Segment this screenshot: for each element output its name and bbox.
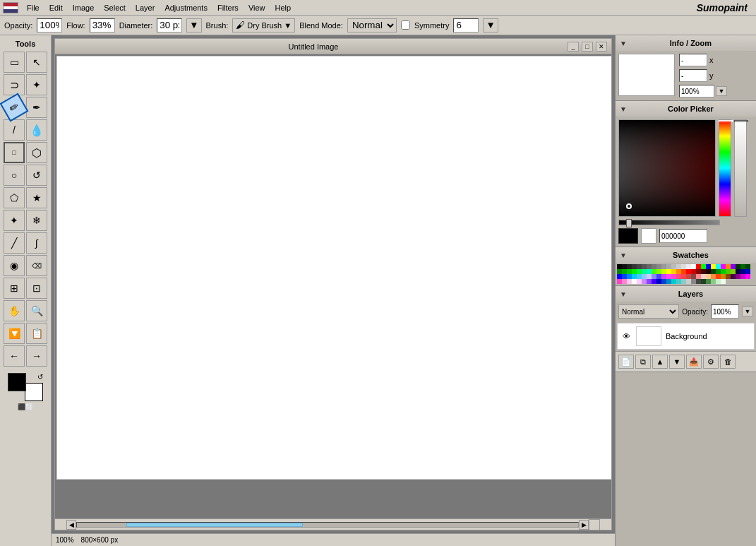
swatch-item[interactable] (696, 269, 701, 274)
swatch-item[interactable] (652, 279, 656, 284)
swatch-item[interactable] (711, 264, 716, 269)
tool-brush[interactable]: ✏ (0, 93, 28, 122)
tool-line[interactable]: ╱ (4, 232, 25, 254)
alpha-strip[interactable] (734, 119, 747, 217)
brush-selector[interactable]: 🖌 Dry Brush ▼ (232, 18, 295, 32)
symmetry-input[interactable] (453, 18, 479, 32)
swatch-item[interactable] (627, 274, 632, 279)
menu-file[interactable]: File (23, 2, 44, 13)
swatch-item[interactable] (671, 279, 676, 284)
diameter-input[interactable] (157, 18, 182, 32)
tool-snowflake[interactable]: ❄ (26, 210, 47, 231)
tool-zoom[interactable]: 🔍 (26, 300, 47, 321)
swatch-item[interactable] (656, 264, 661, 269)
swatch-item[interactable] (686, 279, 691, 284)
swatch-item[interactable] (726, 269, 731, 274)
tool-eyedropper[interactable]: 💧 (26, 119, 47, 141)
swatch-item[interactable] (671, 269, 676, 274)
color-picker-header[interactable]: ▼ Color Picker (616, 101, 756, 117)
swatch-item[interactable] (731, 269, 736, 274)
new-layer-btn[interactable]: 📄 (618, 355, 634, 369)
hex-color-input[interactable] (659, 229, 707, 243)
swatch-item[interactable] (740, 264, 745, 269)
tool-curve[interactable]: ∫ (26, 232, 47, 254)
swatch-item[interactable] (637, 274, 642, 279)
symmetry-checkbox[interactable] (401, 20, 410, 30)
canvas-white[interactable] (56, 56, 611, 480)
swatch-item[interactable] (647, 279, 652, 284)
swatch-item[interactable] (691, 274, 696, 279)
swatch-item[interactable] (632, 269, 637, 274)
swatch-item[interactable] (681, 279, 686, 284)
swatch-item[interactable] (726, 274, 731, 279)
swatch-item[interactable] (617, 274, 622, 279)
move-layer-up-btn[interactable]: ▲ (652, 355, 668, 369)
swatch-item[interactable] (726, 264, 731, 269)
tool-history[interactable]: 📋 (26, 323, 47, 344)
swatch-item[interactable] (706, 279, 711, 284)
swatch-item[interactable] (656, 279, 661, 284)
swatch-item[interactable] (627, 279, 632, 284)
swatch-item[interactable] (671, 264, 676, 269)
swatch-item[interactable] (661, 279, 666, 284)
layer-settings-btn[interactable]: ⚙ (703, 355, 719, 369)
swatch-item[interactable] (721, 269, 726, 274)
layer-row[interactable]: 👁 Background (617, 323, 755, 350)
swatch-item[interactable] (642, 264, 647, 269)
swatch-item[interactable] (721, 264, 726, 269)
swatch-item[interactable] (642, 269, 647, 274)
swatch-item[interactable] (681, 269, 686, 274)
swatches-header[interactable]: ▼ Swatches (616, 247, 756, 263)
menu-view[interactable]: View (244, 2, 270, 13)
swatch-item[interactable] (686, 264, 691, 269)
swatch-item[interactable] (622, 279, 627, 284)
swatch-item[interactable] (696, 279, 701, 284)
tool-magic-select[interactable]: ⬡ (26, 142, 47, 163)
menu-image[interactable]: Image (68, 2, 99, 13)
fg-color-display[interactable] (618, 228, 638, 244)
swatch-item[interactable] (666, 279, 671, 284)
hue-strip[interactable] (719, 119, 731, 217)
swatch-item[interactable] (627, 264, 632, 269)
scrollbar-thumb[interactable] (126, 523, 303, 527)
swatch-item[interactable] (617, 279, 622, 284)
tool-star2[interactable]: ✦ (4, 210, 25, 231)
tool-rect-shape[interactable]: □ (4, 142, 25, 163)
swatch-item[interactable] (731, 274, 736, 279)
swatch-item[interactable] (676, 279, 681, 284)
swatch-item[interactable] (676, 269, 681, 274)
swatch-item[interactable] (661, 269, 666, 274)
tool-hand[interactable]: ✋ (4, 300, 25, 321)
swatch-item[interactable] (721, 274, 726, 279)
bg-color-display[interactable] (641, 228, 656, 244)
tool-arrow-left[interactable]: ← (4, 345, 25, 367)
swatch-item[interactable] (676, 274, 681, 279)
tool-ellipse[interactable]: ○ (4, 165, 25, 186)
tool-color-pick[interactable]: 🔽 (4, 323, 25, 344)
swatch-item[interactable] (656, 269, 661, 274)
swatch-item[interactable] (637, 264, 642, 269)
scrollbar-track[interactable] (76, 522, 579, 528)
swatch-item[interactable] (711, 274, 716, 279)
swatch-item[interactable] (691, 269, 696, 274)
diameter-dropdown[interactable]: ▼ (186, 18, 201, 32)
layer-mode-select[interactable]: Normal (618, 304, 679, 319)
info-y-input[interactable] (679, 69, 707, 82)
swatch-item[interactable] (740, 269, 745, 274)
zoom-dropdown-btn[interactable]: ▼ (716, 86, 727, 96)
scroll-right-arrow[interactable]: ▶ (579, 520, 589, 530)
move-layer-down-btn[interactable]: ▼ (669, 355, 685, 369)
menu-help[interactable]: Help (271, 2, 296, 13)
swatch-item[interactable] (696, 274, 701, 279)
swatch-item[interactable] (666, 269, 671, 274)
swatch-item[interactable] (661, 274, 666, 279)
symmetry-dropdown[interactable]: ▼ (483, 18, 498, 32)
swatch-item[interactable] (622, 269, 627, 274)
background-color-box[interactable] (25, 383, 43, 401)
swatch-item[interactable] (647, 274, 652, 279)
swatch-item[interactable] (632, 264, 637, 269)
swatch-item[interactable] (666, 264, 671, 269)
tool-move[interactable]: ↖ (26, 52, 47, 73)
blend-mode-select[interactable]: Normal (347, 18, 397, 32)
swatch-item[interactable] (637, 279, 642, 284)
